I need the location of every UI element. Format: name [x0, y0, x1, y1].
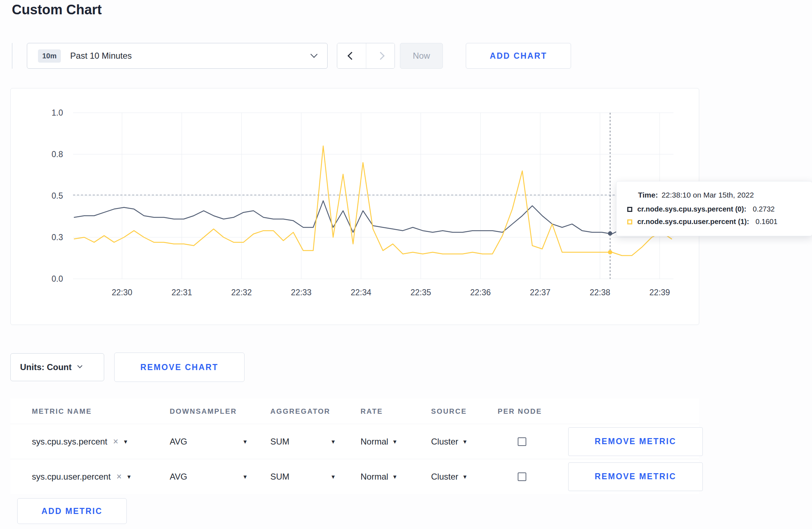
- rate-value: Normal: [361, 472, 388, 482]
- tooltip-time: Time:22:38:10 on Mar 15th, 2022: [638, 191, 801, 199]
- table-row: sys.cpu.sys.percent × ▾ AVG ▾ SUM ▾ Norm…: [10, 424, 699, 459]
- chart-svg[interactable]: 0.00.30.50.81.022:3022:3122:3222:3322:34…: [11, 88, 700, 325]
- rate-value: Normal: [361, 437, 388, 447]
- metric-name-label: sys.cpu.sys.percent: [32, 437, 107, 447]
- column-header: DOWNSAMPLER: [170, 407, 270, 416]
- now-button[interactable]: Now: [400, 43, 443, 69]
- tooltip-series-name: cr.node.sys.cpu.user.percent (1):: [637, 218, 749, 226]
- tooltip-series-value: 0.2732: [753, 205, 775, 213]
- aggregator-value: SUM: [270, 437, 289, 447]
- tooltip-series-value: 0.1601: [755, 218, 777, 226]
- caret-down-icon: ▾: [243, 474, 247, 480]
- source-value: Cluster: [431, 437, 458, 447]
- clear-icon[interactable]: ×: [113, 437, 119, 446]
- metrics-table: METRIC NAME DOWNSAMPLER AGGREGATOR RATE …: [10, 399, 699, 494]
- add-metric-button[interactable]: ADD METRIC: [17, 498, 127, 524]
- remove-metric-button[interactable]: REMOVE METRIC: [568, 427, 703, 456]
- column-header: METRIC NAME: [10, 407, 170, 416]
- tooltip-time-label: Time:: [638, 191, 658, 199]
- time-range-badge: 10m: [38, 49, 61, 63]
- downsampler-value: AVG: [170, 437, 187, 447]
- toolbar: 10m Past 10 Minutes Now ADD CHART: [12, 43, 571, 69]
- downsampler-select[interactable]: AVG ▾: [170, 472, 247, 482]
- caret-down-icon: ▾: [332, 474, 335, 480]
- units-bar: Units: Count REMOVE CHART: [10, 353, 245, 382]
- next-time-button[interactable]: [366, 43, 395, 68]
- metrics-table-header: METRIC NAME DOWNSAMPLER AGGREGATOR RATE …: [10, 399, 699, 424]
- svg-text:22:34: 22:34: [351, 288, 372, 297]
- column-header: PER NODE: [498, 407, 568, 416]
- page-title: Custom Chart: [12, 2, 102, 18]
- caret-down-icon: ▾: [243, 438, 247, 445]
- chart-tooltip: Time:22:38:10 on Mar 15th, 2022 cr.node.…: [616, 181, 812, 236]
- caret-down-icon: ▾: [332, 438, 335, 445]
- svg-text:0.8: 0.8: [52, 150, 63, 159]
- svg-text:22:35: 22:35: [410, 288, 431, 297]
- tooltip-series-name: cr.node.sys.cpu.sys.percent (0):: [637, 205, 746, 213]
- per-node-checkbox[interactable]: [518, 472, 526, 481]
- column-header: AGGREGATOR: [270, 407, 361, 416]
- add-chart-button[interactable]: ADD CHART: [466, 43, 571, 69]
- aggregator-select[interactable]: SUM ▾: [270, 437, 335, 447]
- aggregator-select[interactable]: SUM ▾: [270, 472, 335, 482]
- column-header: RATE: [361, 407, 431, 416]
- svg-text:22:30: 22:30: [112, 288, 132, 297]
- svg-text:1.0: 1.0: [52, 108, 63, 117]
- rate-select[interactable]: Normal ▾: [361, 472, 396, 482]
- chevron-left-icon: [348, 52, 356, 60]
- caret-down-icon: ▾: [463, 438, 467, 445]
- tooltip-series-row: cr.node.sys.cpu.user.percent (1): 0.1601: [627, 218, 801, 226]
- svg-text:22:37: 22:37: [530, 288, 551, 297]
- toolbar-divider: [12, 43, 13, 69]
- svg-text:0.3: 0.3: [52, 233, 63, 242]
- chevron-down-icon: [77, 363, 82, 368]
- metric-name-select[interactable]: sys.cpu.user.percent × ▾: [10, 472, 131, 482]
- remove-metric-button[interactable]: REMOVE METRIC: [568, 462, 703, 491]
- caret-down-icon: ▾: [124, 438, 127, 445]
- source-select[interactable]: Cluster ▾: [431, 472, 467, 482]
- svg-text:0.5: 0.5: [52, 191, 63, 200]
- svg-text:22:38: 22:38: [590, 288, 610, 297]
- svg-text:22:31: 22:31: [171, 288, 192, 297]
- svg-text:22:32: 22:32: [231, 288, 252, 297]
- remove-chart-button[interactable]: REMOVE CHART: [114, 353, 245, 382]
- time-range-select[interactable]: 10m Past 10 Minutes: [27, 43, 328, 69]
- units-select[interactable]: Units: Count: [10, 353, 104, 381]
- per-node-checkbox[interactable]: [518, 437, 526, 446]
- downsampler-select[interactable]: AVG ▾: [170, 437, 247, 447]
- source-value: Cluster: [431, 472, 458, 482]
- clear-icon[interactable]: ×: [116, 472, 122, 481]
- svg-text:0.0: 0.0: [52, 274, 63, 283]
- metric-name-select[interactable]: sys.cpu.sys.percent × ▾: [10, 437, 127, 447]
- tooltip-series-row: cr.node.sys.cpu.sys.percent (0): 0.2732: [627, 205, 801, 213]
- chevron-right-icon: [376, 52, 385, 60]
- tooltip-swatch: [627, 219, 632, 224]
- table-row: sys.cpu.user.percent × ▾ AVG ▾ SUM ▾ Nor…: [10, 459, 699, 494]
- caret-down-icon: ▾: [393, 438, 396, 445]
- downsampler-value: AVG: [170, 472, 187, 482]
- time-pager: [337, 43, 395, 69]
- tooltip-time-value: 22:38:10 on Mar 15th, 2022: [662, 191, 754, 199]
- column-header: SOURCE: [431, 407, 498, 416]
- time-range-label: Past 10 Minutes: [70, 51, 302, 61]
- chevron-down-icon: [310, 51, 318, 58]
- source-select[interactable]: Cluster ▾: [431, 437, 467, 447]
- metric-name-label: sys.cpu.user.percent: [32, 472, 111, 482]
- caret-down-icon: ▾: [393, 474, 396, 480]
- svg-text:22:39: 22:39: [649, 288, 670, 297]
- svg-text:22:36: 22:36: [470, 288, 491, 297]
- aggregator-value: SUM: [270, 472, 289, 482]
- caret-down-icon: ▾: [127, 474, 131, 480]
- prev-time-button[interactable]: [337, 43, 366, 68]
- tooltip-swatch: [627, 207, 632, 212]
- caret-down-icon: ▾: [463, 474, 467, 480]
- svg-text:22:33: 22:33: [291, 288, 312, 297]
- units-label: Units: Count: [20, 362, 72, 372]
- rate-select[interactable]: Normal ▾: [361, 437, 396, 447]
- chart-card: 0.00.30.50.81.022:3022:3122:3222:3322:34…: [10, 88, 699, 325]
